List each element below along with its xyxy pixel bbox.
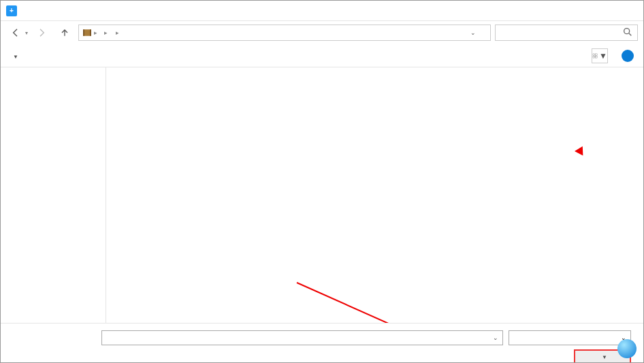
filename-input[interactable]: ⌄: [101, 330, 503, 345]
crumb-sep-icon[interactable]: ▸: [116, 29, 119, 36]
organize-menu[interactable]: ▼: [10, 51, 18, 61]
titlebar: +: [1, 1, 643, 21]
back-history-dropdown[interactable]: ▾: [25, 30, 28, 36]
up-button[interactable]: [55, 25, 74, 41]
search-icon[interactable]: [622, 27, 633, 40]
search-box[interactable]: [495, 25, 638, 41]
svg-rect-7: [595, 56, 597, 58]
annotation-arrow-up-icon: [575, 144, 587, 155]
address-bar[interactable]: ▸ ▸ ▸ ⌄: [78, 25, 491, 41]
file-type-filter[interactable]: ⌄: [509, 330, 631, 345]
view-thumbnails-icon: [592, 50, 598, 61]
breadcrumb: ▸ ▸: [97, 29, 468, 36]
svg-rect-5: [595, 53, 597, 55]
search-input[interactable]: [500, 28, 622, 37]
app-icon: +: [6, 5, 17, 16]
sidebar: [1, 67, 106, 323]
crumb-videos[interactable]: [109, 31, 114, 34]
forward-button[interactable]: [32, 25, 51, 41]
svg-rect-4: [593, 53, 595, 55]
view-mode-button[interactable]: ▼: [592, 48, 608, 63]
svg-rect-6: [593, 56, 595, 58]
file-pane[interactable]: [106, 67, 643, 323]
watermark-globe-icon: [617, 339, 637, 358]
crumb-pc[interactable]: [97, 31, 103, 34]
svg-rect-1: [83, 29, 84, 35]
back-button[interactable]: [6, 25, 25, 41]
arrow-right-icon: [36, 27, 47, 38]
svg-point-3: [624, 28, 630, 33]
location-video-icon: [82, 27, 93, 38]
address-dropdown[interactable]: ⌄: [468, 29, 479, 36]
arrow-left-icon: [10, 27, 21, 38]
arrow-up-icon: [59, 27, 70, 38]
navbar: ▾ ▸ ▸ ▸ ⌄: [1, 21, 643, 44]
watermark: [617, 339, 639, 358]
svg-rect-2: [90, 29, 91, 35]
toolbar: ▼ ▼: [1, 44, 643, 67]
filename-dropdown-icon[interactable]: ⌄: [493, 334, 498, 341]
annotation-line: [297, 282, 540, 323]
help-button[interactable]: [622, 50, 634, 62]
crumb-sep-icon[interactable]: ▸: [104, 29, 108, 36]
footer: ⌄ ⌄ ▼: [1, 323, 643, 362]
